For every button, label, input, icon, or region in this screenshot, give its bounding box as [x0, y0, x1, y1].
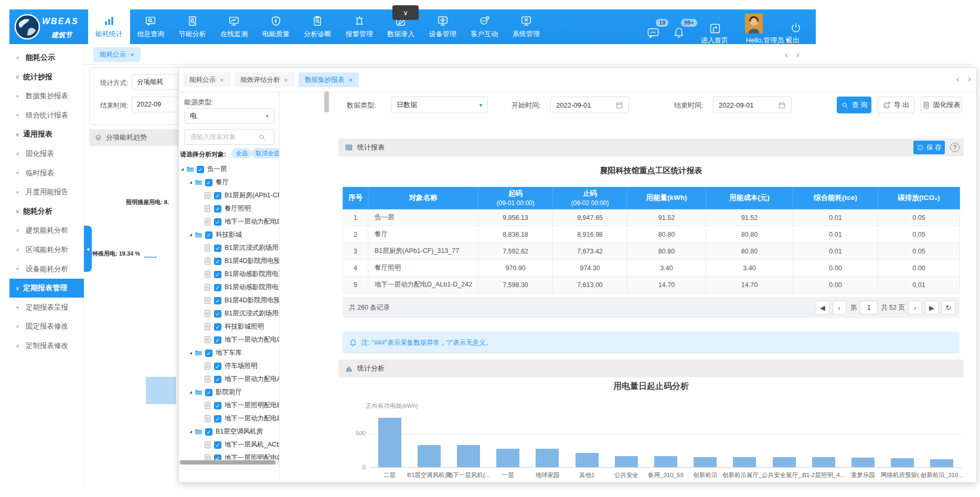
table-row[interactable]: 1负一层9,856.139,947.6591.5291.520.010.05 [343, 209, 960, 226]
select-all-button[interactable]: 全选 [231, 148, 252, 158]
tabs-scroll-right-icon[interactable]: › [796, 50, 799, 59]
checkbox-checked[interactable]: ✓ [214, 310, 221, 318]
sidebar-item[interactable]: 能耗公示 [9, 48, 84, 67]
search-input[interactable] [190, 133, 258, 141]
expander-icon[interactable] [189, 181, 192, 184]
tree-node[interactable]: ✓地下一层动力配电G_ALb1-G_269 [203, 333, 280, 346]
nav-item[interactable]: 系统管理 [505, 9, 547, 44]
page-prev-button[interactable]: ‹ [833, 301, 846, 314]
checkbox-checked[interactable]: ✓ [205, 179, 212, 186]
data-type-select[interactable]: 日数据 ▾ [391, 97, 488, 113]
power-icon[interactable] [790, 22, 802, 35]
nav-item[interactable]: 分析诊断 [297, 9, 339, 44]
checkbox-checked[interactable]: ✓ [214, 323, 221, 331]
checkbox-checked[interactable]: ✓ [214, 218, 221, 226]
nav-item[interactable]: 在线监测 [214, 9, 255, 44]
sidebar-item[interactable]: 固化报表 [9, 144, 84, 163]
tab-energy-publicity[interactable]: 能耗公示 × [93, 47, 141, 62]
page-first-button[interactable]: ◀ [816, 301, 829, 314]
tree-node[interactable]: ✓B1层动感影院用电预留(ALb1-YY [203, 268, 280, 281]
sidebar-item[interactable]: 定期报表呈报 [9, 298, 84, 317]
tabs-scroll-left-icon[interactable]: ‹ [785, 50, 787, 59]
checkbox-checked[interactable]: ✓ [205, 231, 212, 239]
tree-node[interactable]: ✓地下一层照明配电B_ALEb1-B_26 [203, 399, 280, 412]
sidebar-item[interactable]: ∨定期报表管理 [9, 279, 84, 298]
checkbox-checked[interactable]: ✓ [214, 297, 221, 304]
sidebar-item[interactable]: 设备能耗分析 [9, 260, 84, 279]
expander-icon[interactable] [189, 352, 192, 354]
expander-icon[interactable] [189, 391, 192, 394]
sidebar-item[interactable]: 组合统计报表 [9, 106, 84, 125]
user-avatar[interactable] [745, 14, 763, 34]
close-icon[interactable]: × [130, 51, 134, 59]
tree-horizontal-scrollbar[interactable] [179, 460, 280, 465]
sidebar-item[interactable]: ∨通用报表 [9, 125, 84, 144]
nav-item[interactable]: 报警管理 [338, 9, 380, 44]
sidebar-item[interactable]: 建筑能耗分析 [9, 221, 84, 240]
checkbox-checked[interactable]: ✓ [205, 389, 212, 396]
window-tab[interactable]: 能耗公示× [183, 72, 230, 87]
tree-node[interactable]: ✓地下一层动力配电B_ALb1-B_267 [203, 412, 280, 425]
tree-node[interactable]: ✓停车场照明 [203, 359, 280, 373]
table-row[interactable]: 3B1层厨房(APb1-CF)_313_777,592.627,673.4280… [343, 243, 960, 260]
checkbox-checked[interactable]: ✓ [214, 363, 221, 370]
nav-item[interactable]: 信息查询 [130, 9, 172, 44]
query-button[interactable]: 查 询 [837, 97, 871, 113]
save-button[interactable]: 保 存 [913, 141, 945, 154]
tree-node[interactable]: ✓B1层4D影院用电预留(ALb1-YY(4 [203, 294, 280, 307]
checkbox-checked[interactable]: ✓ [214, 205, 221, 213]
search-icon[interactable] [258, 133, 266, 141]
sidebar-item[interactable]: 定制报表修改 [9, 336, 84, 355]
close-icon[interactable]: × [284, 76, 289, 84]
checkbox-checked[interactable]: ✓ [214, 192, 221, 199]
tree-node[interactable]: ✓餐厅照明 [203, 202, 280, 215]
expander-icon[interactable] [189, 430, 192, 433]
notifications-bell-icon[interactable] [673, 26, 685, 39]
close-icon[interactable]: × [348, 76, 353, 84]
table-row[interactable]: 2餐厅8,836.188,916.9880.8080.800.010.05 [343, 226, 960, 243]
tree-node[interactable]: ✓地下一层动力配电D_242 [203, 215, 280, 228]
tree-node[interactable]: ✓B1层厨房(APb1-CF)_313_77 [203, 189, 280, 202]
content-vertical-scrollbar-thumb[interactable] [324, 91, 329, 112]
tree-node[interactable]: ✓负一层 [181, 163, 280, 176]
tree-node[interactable]: ✓B1层沉浸式剧场用电预留(ALb1-Y [203, 241, 280, 255]
checkbox-checked[interactable]: ✓ [214, 441, 221, 449]
help-icon[interactable]: ? [950, 143, 960, 152]
tree-node[interactable]: ✓B1层4D影院用电预留(ALb1-YY(4 [203, 255, 280, 268]
sidebar-item[interactable]: 临时报表 [9, 164, 84, 183]
start-date-input[interactable]: 2022-09-01 [550, 97, 629, 113]
window-tabs-scroll-right-icon[interactable]: › [968, 75, 971, 83]
nav-item[interactable]: 节能分析 [172, 9, 214, 44]
page-last-button[interactable]: ▶ [925, 301, 939, 314]
expander-icon[interactable] [189, 234, 192, 236]
checkbox-checked[interactable]: ✓ [214, 415, 221, 422]
nav-item[interactable]: 电能质量 [255, 9, 297, 44]
checkbox-checked[interactable]: ✓ [214, 271, 221, 278]
end-date-input[interactable]: 2022-09-01 [713, 97, 792, 113]
energy-type-select[interactable]: 电 ▾ [184, 108, 274, 124]
sidebar-item[interactable]: ∨能耗分析 [9, 202, 84, 221]
tree-node[interactable]: ✓影院前厅 [189, 386, 280, 399]
home-icon[interactable] [709, 22, 721, 35]
sidebar-item[interactable]: 月度用能报告 [9, 183, 84, 202]
table-row[interactable]: 5地下一层动力配电D_ALb1-D_2427,598.307,613.0014.… [343, 277, 960, 293]
checkbox-checked[interactable]: ✓ [197, 166, 204, 173]
checkbox-checked[interactable]: ✓ [214, 284, 221, 291]
nav-item[interactable]: 能耗统计 [88, 9, 130, 44]
checkbox-checked[interactable]: ✓ [205, 428, 212, 436]
checkbox-checked[interactable]: ✓ [214, 376, 221, 383]
window-tabs-scroll-left-icon[interactable]: ‹ [956, 75, 959, 83]
tree-node[interactable]: ✓科技影城照明 [203, 320, 280, 333]
page-next-button[interactable]: › [908, 301, 922, 314]
sidebar-item[interactable]: 区域能耗分析 [9, 240, 84, 259]
checkbox-checked[interactable]: ✓ [214, 402, 221, 409]
expander-icon[interactable] [181, 168, 184, 171]
nav-item[interactable]: 设备管理 [422, 9, 464, 44]
refresh-icon[interactable]: ↻ [942, 301, 955, 314]
solidify-report-button[interactable]: 固化报表 [921, 97, 962, 113]
close-icon[interactable]: × [220, 76, 224, 84]
tree-node[interactable]: ✓地下一层风机_ACb1_252 [203, 438, 280, 451]
tree-node[interactable]: ✓B1层动感影院用电预留(ALb1-YY [203, 281, 280, 294]
window-tab[interactable]: 数据集抄报表× [299, 72, 359, 87]
scrollbar-thumb[interactable] [180, 460, 275, 464]
